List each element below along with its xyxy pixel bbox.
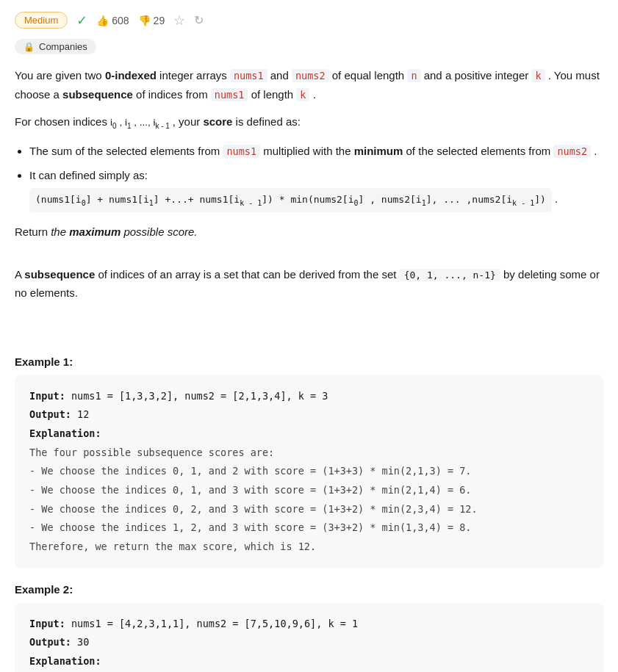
intro-text-2: integer arrays: [159, 69, 230, 82]
example2-explanation-label: Explanation:: [29, 652, 589, 671]
intro-text-8: .: [313, 88, 316, 101]
example2-input: Input: nums1 = [4,2,3,1,1], nums2 = [7,5…: [29, 615, 589, 634]
example1-line-5: Therefore, we return the max score, whic…: [29, 538, 589, 557]
n-code: n: [407, 69, 420, 82]
bullet1-nums1: nums1: [223, 145, 260, 158]
bullet1-minimum: minimum: [354, 145, 403, 157]
intro-text-3: of equal length: [332, 69, 408, 82]
nums2-code: nums2: [292, 69, 329, 82]
subseq-text1: A: [15, 268, 24, 281]
intro-text-1: You are given two: [15, 69, 105, 82]
top-bar: Medium ✓ 👍 608 👎 29 ☆ ↻: [15, 12, 603, 29]
thumbs-up-icon: 👍: [96, 15, 109, 26]
example1-output-label: Output:: [29, 408, 77, 420]
example1-box: Input: nums1 = [1,3,3,2], nums2 = [2,1,3…: [15, 375, 603, 568]
explanation1-bold: Explanation:: [29, 427, 101, 439]
example1-title: Example 1:: [15, 355, 603, 368]
score-definition: For chosen indices i0 , i1 , ..., ik - 1…: [15, 112, 603, 132]
example1-line-2: - We choose the indices 0, 1, and 3 with…: [29, 481, 589, 500]
indices-notation: i0 , i1 , ..., ik - 1: [110, 117, 173, 128]
nums1-code: nums1: [230, 69, 267, 82]
example2-output-value: 30: [77, 636, 89, 648]
bold-0-indexed: 0-indexed: [105, 69, 157, 82]
score-intro: For chosen indices: [15, 115, 110, 128]
example2-output-label: Output:: [29, 636, 77, 648]
score-text-1: , your: [173, 115, 204, 128]
intro-and: and: [270, 69, 292, 82]
bullet-1: The sum of the selected elements from nu…: [29, 141, 603, 161]
companies-label: Companies: [39, 41, 87, 52]
example1-line-0: The four possible subsequence scores are…: [29, 444, 589, 463]
example1-lines: The four possible subsequence scores are…: [29, 444, 589, 557]
divider-2: [15, 311, 603, 326]
divider-3: [15, 326, 603, 341]
score-bullets: The sum of the selected elements from nu…: [29, 141, 603, 216]
score-bold: score: [203, 115, 232, 128]
example1-line-1: - We choose the indices 0, 1, and 2 with…: [29, 462, 589, 481]
score-text-2: is defined as:: [236, 115, 301, 128]
example1-output-value: 12: [77, 408, 89, 420]
example2-output: Output: 30: [29, 633, 589, 652]
return-text: Return the maximum possible score.: [15, 223, 603, 242]
example2-input-value: nums1 = [4,2,3,1,1], nums2 = [7,5,10,9,6…: [71, 618, 358, 629]
companies-tag[interactable]: 🔒 Companies: [15, 39, 96, 54]
bullet1-text3: of the selected elements from: [406, 145, 554, 157]
upvote-count: 608: [112, 15, 129, 26]
bullet2-text1: It can defined simply as:: [29, 169, 148, 181]
return-end: possible score.: [123, 225, 197, 238]
example2-title: Example 2:: [15, 583, 603, 596]
bullet-2: It can defined simply as: (nums1[i0] + n…: [29, 165, 603, 216]
return-bold-italic: maximum: [69, 225, 121, 238]
problem-intro: You are given two 0-indexed integer arra…: [15, 66, 603, 104]
example1-line-3: - We choose the indices 0, 2, and 3 with…: [29, 500, 589, 519]
check-icon: ✓: [76, 12, 87, 29]
formula: (nums1[i0] + nums1[i1] +...+ nums1[ik - …: [29, 188, 552, 213]
bullet2-period: .: [555, 192, 558, 205]
bullet1-period: .: [594, 145, 597, 157]
nums1-code-2: nums1: [211, 88, 248, 101]
subseq-definition: A subsequence of indices of an array is …: [15, 265, 603, 303]
set-notation: {0, 1, ..., n-1}: [400, 269, 500, 281]
upvote-button[interactable]: 👍 608: [96, 15, 129, 26]
lock-icon: 🔒: [24, 42, 35, 52]
example1-line-4: - We choose the indices 1, 2, and 3 with…: [29, 519, 589, 538]
example1-input-label: Input:: [29, 390, 71, 402]
refresh-icon[interactable]: ↻: [194, 13, 204, 27]
example1-input-value: nums1 = [1,3,3,2], nums2 = [2,1,3,4], k …: [71, 390, 328, 402]
return-italic: the: [51, 225, 69, 238]
thumbs-down-icon: 👎: [138, 15, 151, 26]
example2-input-label: Input:: [29, 618, 71, 629]
bullet1-nums2: nums2: [553, 145, 591, 158]
example1-output: Output: 12: [29, 405, 589, 424]
example1-explanation-label: Explanation:: [29, 424, 589, 444]
k-code-2: k: [296, 88, 309, 101]
star-icon[interactable]: ☆: [173, 12, 185, 29]
intro-text-4: and a positive integer: [424, 69, 532, 82]
downvote-button[interactable]: 👎 29: [138, 15, 165, 26]
difficulty-badge[interactable]: Medium: [15, 12, 68, 29]
bullet1-text1: The sum of the selected elements from: [29, 145, 223, 157]
subseq-bold: subsequence: [62, 88, 133, 101]
example2-box: Input: nums1 = [4,2,3,1,1], nums2 = [7,5…: [15, 603, 603, 672]
k-code: k: [531, 69, 545, 82]
divider-1: [15, 250, 603, 265]
bullet1-text2: multiplied with the: [263, 145, 353, 157]
explanation2-bold: Explanation:: [29, 655, 101, 667]
return-word: Return: [15, 225, 51, 238]
subseq-text2: of indices of an array is a set that can…: [98, 268, 399, 281]
downvote-count: 29: [154, 15, 165, 26]
example1-input: Input: nums1 = [1,3,3,2], nums2 = [2,1,3…: [29, 387, 589, 406]
intro-text-7: of length: [251, 88, 297, 101]
intro-text-6: of indices from: [136, 88, 211, 101]
subseq-def-bold: subsequence: [24, 268, 95, 281]
